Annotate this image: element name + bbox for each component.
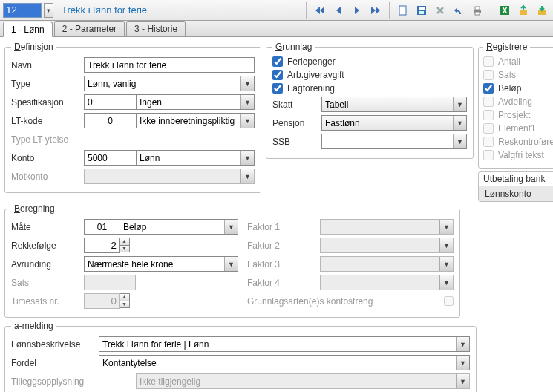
lt-code[interactable] (84, 113, 136, 128)
type-combo[interactable] (84, 76, 255, 91)
spin-down-icon: ▼ (120, 245, 130, 252)
registrere-group: Registrere Antall Sats Beløp Avdeling Pr… (478, 42, 553, 169)
tab-parameter[interactable]: 2 - Parameter (54, 21, 125, 36)
import-icon[interactable] (534, 2, 550, 19)
f4-label: Faktor 4 (247, 278, 320, 288)
f2-combo (320, 238, 454, 253)
utbetaling-group: Utbetaling bank Lønnskonto (478, 172, 553, 202)
spes-text[interactable] (136, 94, 255, 110)
mate-text[interactable] (120, 219, 238, 235)
motkonto-combo (84, 169, 255, 184)
belop-check[interactable] (483, 83, 494, 94)
sats2-label: Sats (11, 278, 84, 288)
tab-historie[interactable]: 3 - Historie (126, 21, 186, 36)
pensjon-select[interactable]: Fastlønn (321, 115, 467, 131)
spes-code[interactable] (84, 94, 136, 110)
nav-first-icon[interactable] (312, 2, 328, 19)
beregning-group: Beregning Måte ▼ Rekkefølge ▲▼ Avrunding… (4, 203, 460, 318)
svg-rect-6 (475, 12, 480, 15)
f1-combo (320, 219, 454, 235)
typelt-label: Type LT-ytelse (11, 134, 84, 145)
type-label: Type (11, 79, 84, 89)
motkonto-label: Motkonto (11, 172, 84, 182)
konto-code[interactable] (84, 150, 136, 166)
nav-next-icon[interactable] (349, 2, 365, 19)
spes-label: Spesifikasjon (11, 97, 84, 108)
definisjon-group: Definisjon Navn Type ▼ Spesifikasjon ▼ L… (4, 42, 261, 193)
grunnlag-group: Grunnlag Feriepenger Arb.giveravgift Fag… (266, 42, 474, 159)
fordel-label: Fordel (11, 358, 99, 368)
feriepenger-label: Feriepenger (287, 56, 336, 67)
navn-input[interactable] (84, 57, 255, 73)
arbgiver-check[interactable] (272, 70, 283, 80)
fordel-combo[interactable] (99, 355, 470, 370)
navn-label: Navn (11, 60, 84, 71)
nav-prev-icon[interactable] (330, 2, 347, 19)
mate-label: Måte (11, 222, 84, 232)
f2-label: Faktor 2 (247, 241, 320, 251)
antall-check (483, 56, 494, 67)
svg-rect-9 (520, 10, 527, 15)
reskontro-check (483, 137, 494, 147)
feriepenger-check[interactable] (272, 56, 283, 67)
till-combo (136, 373, 470, 389)
time-label: Timesats nr. (11, 296, 84, 307)
konto-label: Konto (11, 153, 84, 163)
svg-rect-3 (419, 11, 424, 14)
f3-label: Faktor 3 (247, 259, 320, 270)
svg-rect-5 (475, 7, 480, 10)
fagforening-label: Fagforening (287, 83, 335, 94)
time-spinner: ▲▼ (84, 293, 130, 309)
excel-icon[interactable]: X (497, 2, 513, 19)
lt-text[interactable] (136, 113, 255, 128)
skatt-select[interactable]: Tabell (321, 97, 467, 112)
f4-combo (320, 275, 454, 290)
arbgiver-label: Arb.giveravgift (287, 70, 344, 80)
gk-check (444, 296, 454, 306)
fagforening-check[interactable] (272, 83, 283, 94)
svg-rect-2 (419, 7, 425, 10)
skatt-label: Skatt (272, 99, 315, 110)
avr-combo[interactable] (84, 256, 238, 272)
print-icon[interactable] (469, 2, 485, 19)
save-icon[interactable] (413, 2, 430, 19)
nav-last-icon[interactable] (367, 2, 384, 19)
undo-icon[interactable] (451, 2, 467, 19)
gk-label: Grunnlagsarten(e)s kontostreng (247, 296, 444, 307)
new-icon[interactable] (395, 2, 411, 19)
sats-check (483, 70, 494, 80)
utbetaling-item[interactable]: Lønnskonto (479, 186, 553, 201)
export-icon[interactable] (515, 2, 531, 19)
amelding-group: a-melding Lønnsbeskrivelse ▼ Fordel ▼ Ti… (4, 321, 477, 392)
valgfri-check (483, 150, 494, 160)
f3-combo (320, 256, 454, 272)
mate-code[interactable] (84, 219, 120, 235)
avr-label: Avrunding (11, 259, 84, 270)
code-input[interactable] (3, 3, 42, 18)
f1-label: Faktor 1 (247, 222, 320, 232)
utbetaling-header: Utbetaling bank (479, 172, 553, 186)
spin-up-icon: ▲ (120, 238, 130, 245)
sats-input (84, 275, 136, 290)
svg-text:X: X (503, 7, 508, 15)
toolbar: ▾ Trekk i lønn for ferie X (0, 0, 553, 21)
till-label: Tilleggsopplysning (11, 376, 99, 387)
pensjon-label: Pensjon (272, 118, 315, 128)
ssb-label: SSB (272, 137, 315, 147)
delete-icon[interactable] (432, 2, 448, 19)
lb-label: Lønnsbeskrivelse (11, 339, 99, 350)
element1-check (483, 123, 494, 134)
code-dropdown[interactable]: ▾ (44, 3, 53, 18)
prosjekt-check (483, 110, 494, 120)
lb-combo[interactable] (99, 336, 470, 352)
rekke-label: Rekkefølge (11, 241, 84, 251)
toolbar-title: Trekk i lønn for ferie (62, 4, 147, 16)
rekke-spinner[interactable]: ▲▼ (84, 238, 130, 253)
ssb-input[interactable] (321, 134, 467, 149)
tab-bar: 1 - Lønn 2 - Parameter 3 - Historie (0, 21, 553, 37)
tab-lonn[interactable]: 1 - Lønn (3, 22, 53, 37)
konto-text[interactable] (136, 150, 255, 166)
lt-label: LT-kode (11, 116, 84, 126)
avdeling-check (483, 97, 494, 107)
